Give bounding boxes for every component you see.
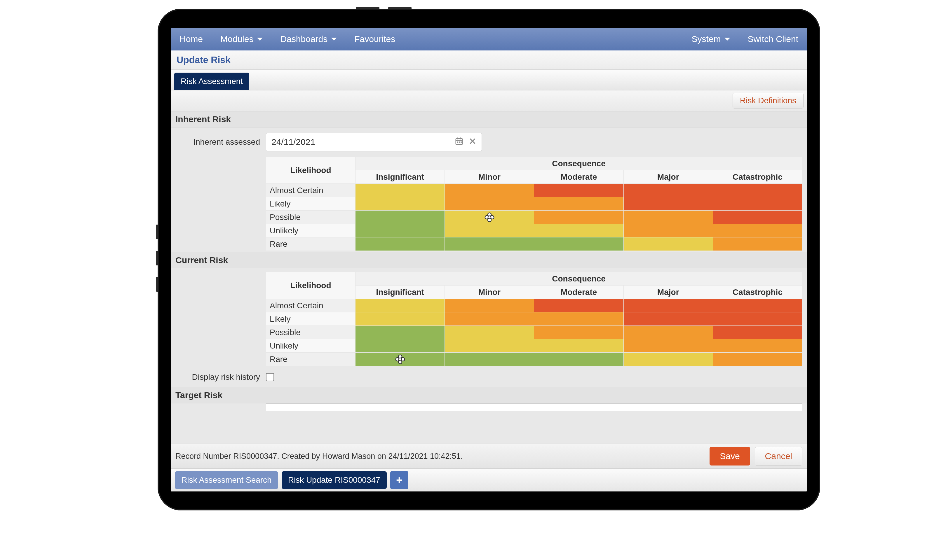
risk-cell[interactable] (445, 224, 534, 237)
risk-cell[interactable] (713, 339, 802, 352)
risk-cell[interactable] (713, 326, 802, 339)
risk-cell[interactable] (445, 339, 534, 352)
risk-definitions-button[interactable]: Risk Definitions (733, 93, 803, 109)
likelihood-row-unlikely: Unlikely (266, 339, 356, 352)
risk-cell[interactable] (713, 197, 802, 211)
risk-cell[interactable] (445, 352, 534, 366)
consequence-col-major: Major (623, 286, 713, 299)
risk-cell[interactable] (445, 312, 534, 326)
current-risk-matrix[interactable]: Likelihood ConsequenceInsignificantMinor… (266, 272, 802, 366)
risk-cell[interactable] (356, 211, 445, 224)
risk-cell[interactable] (623, 224, 713, 237)
risk-cell[interactable] (623, 326, 713, 339)
risk-cell[interactable] (356, 299, 445, 312)
likelihood-row-possible: Possible (266, 211, 356, 224)
cancel-button[interactable]: Cancel (755, 447, 802, 466)
risk-cell[interactable] (356, 184, 445, 197)
tablet-top-buttons (356, 7, 412, 9)
svg-rect-6 (461, 142, 462, 143)
risk-cell[interactable] (713, 184, 802, 197)
risk-cell[interactable] (623, 352, 713, 366)
calendar-icon[interactable] (455, 137, 464, 148)
risk-cell[interactable] (623, 339, 713, 352)
risk-cell[interactable] (445, 184, 534, 197)
likelihood-row-almost-certain: Almost Certain (266, 299, 356, 312)
risk-cell[interactable] (534, 224, 623, 237)
consequence-col-insignificant: Insignificant (356, 286, 445, 299)
app-screen: HomeModulesDashboardsFavourites SystemSw… (171, 28, 807, 491)
chevron-down-icon (724, 38, 730, 40)
risk-cell[interactable] (356, 197, 445, 211)
tab-risk-update[interactable]: Risk Update RIS0000347 (282, 471, 387, 489)
risk-cell[interactable] (445, 326, 534, 339)
risk-cell[interactable] (356, 224, 445, 237)
tab-risk-assessment[interactable]: Risk Assessment (174, 72, 249, 90)
risk-cell[interactable] (534, 352, 623, 366)
nav-label: Favourites (354, 34, 395, 44)
risk-cell[interactable] (534, 184, 623, 197)
nav-modules[interactable]: Modules (220, 34, 263, 44)
risk-cell[interactable] (713, 299, 802, 312)
tablet-frame: HomeModulesDashboardsFavourites SystemSw… (157, 9, 820, 511)
inherent-assessed-input[interactable]: 24/11/2021 (266, 133, 482, 151)
risk-cell[interactable] (713, 224, 802, 237)
nav-switch-client[interactable]: Switch Client (748, 34, 798, 44)
nav-home[interactable]: Home (179, 34, 203, 44)
chevron-down-icon (257, 38, 263, 40)
risk-cell[interactable] (623, 312, 713, 326)
consequence-col-minor: Minor (445, 170, 534, 184)
svg-point-16 (399, 358, 402, 360)
inherent-assessed-label: Inherent assessed (176, 137, 260, 147)
risk-cell[interactable] (356, 312, 445, 326)
add-tab-button[interactable]: + (390, 471, 408, 489)
svg-point-11 (488, 215, 491, 218)
svg-rect-2 (457, 137, 458, 139)
risk-cell[interactable] (534, 237, 623, 251)
risk-cell[interactable] (534, 339, 623, 352)
risk-cell[interactable] (445, 237, 534, 251)
likelihood-row-almost-certain: Almost Certain (266, 184, 356, 197)
risk-cell[interactable] (713, 352, 802, 366)
clear-date-icon[interactable] (469, 137, 476, 147)
target-matrix-partial (266, 403, 802, 411)
risk-cell[interactable] (534, 299, 623, 312)
section-target-risk: Target Risk (171, 387, 807, 403)
risk-cell[interactable] (534, 326, 623, 339)
svg-rect-5 (459, 142, 460, 143)
consequence-col-moderate: Moderate (534, 286, 623, 299)
risk-cell[interactable] (356, 352, 445, 366)
risk-cell[interactable] (356, 339, 445, 352)
risk-cell[interactable] (623, 211, 713, 224)
nav-system[interactable]: System (692, 34, 730, 44)
risk-cell[interactable] (713, 237, 802, 251)
risk-cell[interactable] (534, 211, 623, 224)
risk-cell[interactable] (356, 326, 445, 339)
likelihood-header: Likelihood (266, 272, 356, 299)
risk-cell[interactable] (623, 299, 713, 312)
inherent-risk-matrix[interactable]: Likelihood ConsequenceInsignificantMinor… (266, 157, 802, 251)
risk-cell[interactable] (534, 312, 623, 326)
inherent-assessed-value: 24/11/2021 (271, 137, 450, 147)
likelihood-row-likely: Likely (266, 197, 356, 211)
tab-risk-assessment-search[interactable]: Risk Assessment Search (175, 471, 278, 489)
risk-cell[interactable] (623, 197, 713, 211)
risk-cell[interactable] (445, 299, 534, 312)
risk-cell[interactable] (534, 197, 623, 211)
risk-cell[interactable] (445, 197, 534, 211)
risk-cell[interactable] (623, 184, 713, 197)
risk-cell[interactable] (623, 237, 713, 251)
definitions-row: Risk Definitions (171, 91, 807, 111)
section-inherent-risk: Inherent Risk (171, 111, 807, 128)
risk-cell[interactable] (445, 211, 534, 224)
nav-label: Dashboards (280, 34, 327, 44)
display-history-checkbox[interactable] (266, 373, 274, 381)
risk-cell[interactable] (356, 237, 445, 251)
nav-dashboards[interactable]: Dashboards (280, 34, 337, 44)
nav-favourites[interactable]: Favourites (354, 34, 395, 44)
risk-cell[interactable] (713, 312, 802, 326)
likelihood-row-likely: Likely (266, 312, 356, 326)
risk-cell[interactable] (713, 211, 802, 224)
save-button[interactable]: Save (709, 447, 750, 466)
status-bar: Record Number RIS0000347. Created by How… (171, 444, 807, 468)
current-matrix-wrap: Likelihood ConsequenceInsignificantMinor… (171, 268, 807, 367)
